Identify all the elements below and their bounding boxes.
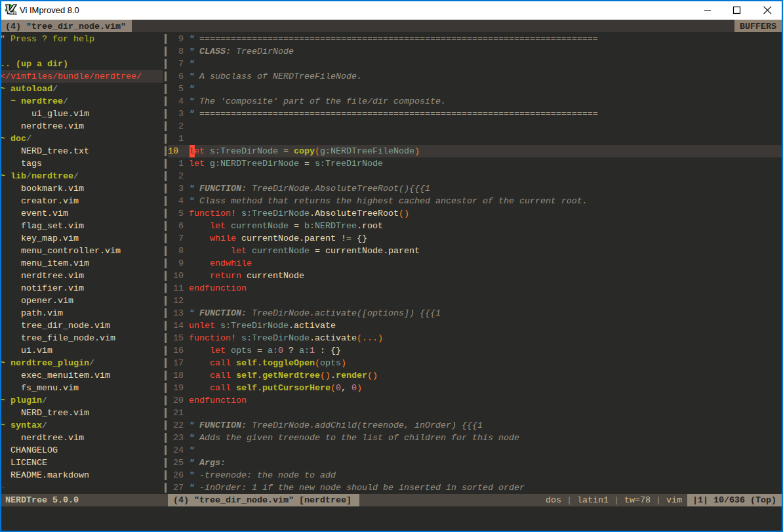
svg-text:im: im xyxy=(10,9,17,15)
